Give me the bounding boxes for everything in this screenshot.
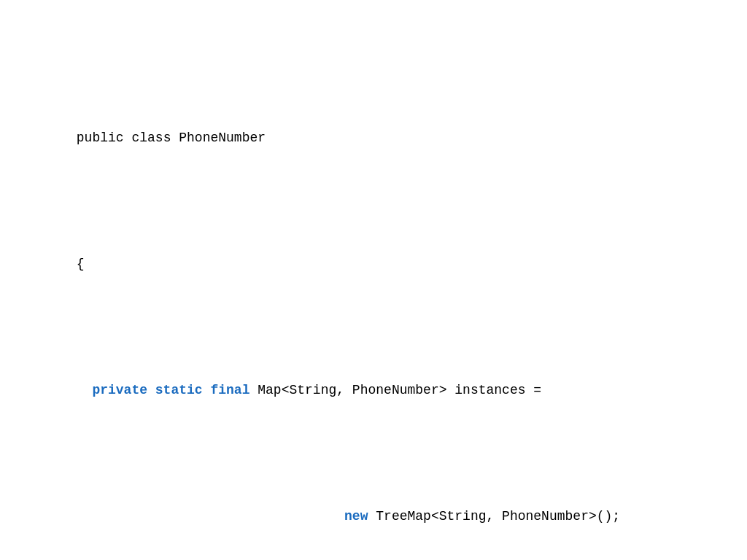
code-text: public class PhoneNumber: [77, 131, 266, 145]
keyword: private static final: [92, 383, 258, 397]
code-line-1: public class PhoneNumber: [29, 106, 718, 169]
code-text: Map<String, PhoneNumber> instances =: [258, 383, 541, 397]
code-block: public class PhoneNumber { private stati…: [29, 44, 718, 560]
code-line-2: {: [29, 233, 718, 295]
code-text: {: [77, 257, 85, 271]
keyword: new: [344, 509, 376, 524]
slide-content: public class PhoneNumber { private stati…: [0, 0, 747, 560]
code-text: TreeMap<String, PhoneNumber>();: [376, 509, 620, 524]
code-line-3: private static final Map<String, PhoneNu…: [29, 359, 718, 421]
code-line-4: new TreeMap<String, PhoneNumber>();: [29, 485, 718, 548]
